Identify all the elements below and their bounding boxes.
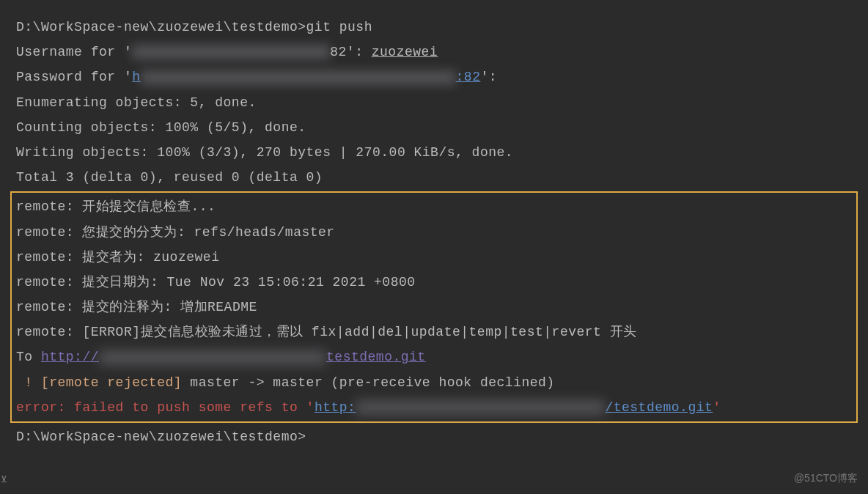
command-line: D:\WorkSpace-new\zuozewei\testdemo>git p…	[16, 15, 852, 40]
rejected-line: ! [remote rejected] master -> master (pr…	[16, 370, 852, 395]
remote-msg-1: remote: 开始提交信息检查...	[16, 194, 852, 219]
remote-msg-2: remote: 您提交的分支为: refs/heads/master	[16, 220, 852, 245]
redacted-remote-url	[99, 350, 326, 365]
to-line: To http://testdemo.git	[16, 344, 852, 369]
remote-msg-5: remote: 提交的注释为: 增加README	[16, 295, 852, 320]
username-value: zuozewei	[372, 45, 438, 59]
git-command: git push	[306, 20, 372, 34]
prompt-line-2: D:\WorkSpace-new\zuozewei\testdemo>	[16, 424, 852, 449]
redacted-error-url	[356, 400, 605, 415]
remote-msg-4: remote: 提交日期为: Tue Nov 23 15:06:21 2021 …	[16, 270, 852, 295]
password-line: Password for 'h:82':	[16, 64, 852, 89]
error-line: error: failed to push some refs to 'http…	[16, 395, 852, 420]
redacted-host	[132, 45, 330, 59]
count-objects: Counting objects: 100% (5/5), done.	[16, 115, 852, 140]
ide-tool-icon[interactable]: ⊻	[1, 471, 8, 488]
remote-msg-3: remote: 提交者为: zuozewei	[16, 245, 852, 270]
watermark: @51CTO博客	[794, 468, 858, 488]
highlight-box: remote: 开始提交信息检查... remote: 您提交的分支为: ref…	[10, 191, 858, 423]
prompt-path: D:\WorkSpace-new\zuozewei\testdemo>	[16, 20, 306, 34]
redacted-url	[141, 70, 456, 85]
terminal-output[interactable]: D:\WorkSpace-new\zuozewei\testdemo>git p…	[0, 0, 868, 464]
sidebar-favorites-tab[interactable]: Favorites	[0, 439, 1, 472]
remote-msg-6: remote: [ERROR]提交信息校验未通过，需以 fix|add|del|…	[16, 320, 852, 344]
username-line: Username for '82': zuozewei	[16, 40, 852, 64]
total-line: Total 3 (delta 0), reused 0 (delta 0)	[16, 165, 852, 190]
write-objects: Writing objects: 100% (3/3), 270 bytes |…	[16, 140, 852, 165]
prompt-path-2: D:\WorkSpace-new\zuozewei\testdemo>	[16, 430, 306, 444]
enum-objects: Enumerating objects: 5, done.	[16, 90, 852, 115]
